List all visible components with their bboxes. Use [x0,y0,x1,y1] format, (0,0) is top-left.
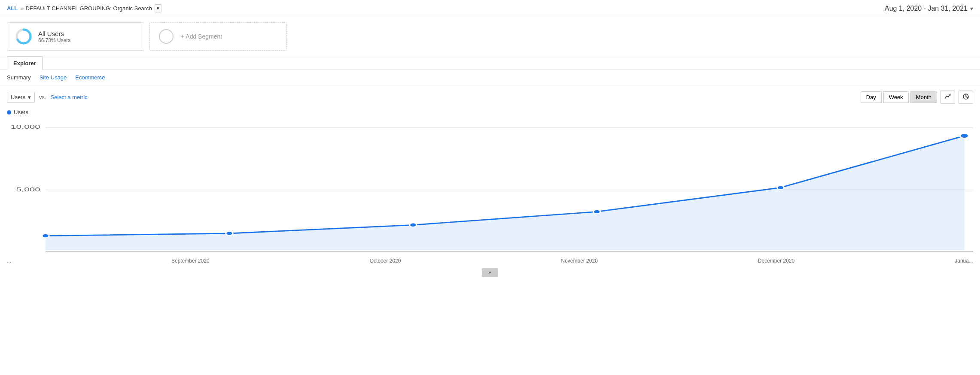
top-bar: ALL » DEFAULT CHANNEL GROUPING: Organic … [0,0,980,17]
x-axis-labels: ... September 2020 October 2020 November… [0,256,980,266]
tab-summary[interactable]: Summary [7,73,31,82]
time-btn-day[interactable]: Day [861,91,882,103]
svg-line-5 [966,97,968,98]
breadcrumb-dropdown[interactable]: ▾ [155,4,161,12]
line-chart-view-btn[interactable] [940,91,955,104]
svg-point-2 [159,30,173,43]
pie-chart-view-btn[interactable] [959,91,973,104]
segment-donut-icon [14,27,33,46]
x-label-sep2020: September 2020 [171,258,210,264]
metric-dropdown[interactable]: Users ▾ [7,92,35,103]
legend-dot-icon [7,110,11,115]
date-range-label: Aug 1, 2020 - Jan 31, 2021 [885,5,968,12]
svg-point-14 [960,133,968,138]
tab-ecommerce[interactable]: Ecommerce [75,73,105,82]
add-segment-circle-icon [157,27,176,46]
chart-area: 10,000 5,000 [0,119,980,256]
chart-legend: Users [0,107,980,119]
date-range-arrow-icon: ▾ [970,5,973,12]
x-label-oct2020: October 2020 [370,258,401,264]
line-chart-icon [944,93,951,100]
y-axis-label-10000: 10,000 [11,124,40,130]
chart-left-controls: Users ▾ vs. Select a metric [7,92,88,103]
svg-point-12 [593,210,600,214]
svg-point-9 [42,234,49,238]
segment-percentage: 66.73% Users [38,37,70,43]
breadcrumb: ALL » DEFAULT CHANNEL GROUPING: Organic … [7,4,161,12]
segment-info: All Users 66.73% Users [38,30,70,43]
time-btn-month[interactable]: Month [910,91,937,103]
segments-area: All Users 66.73% Users + Add Segment [0,17,980,56]
scrollbar-area: ▾ [0,266,980,280]
svg-point-11 [410,223,417,227]
add-segment-box[interactable]: + Add Segment [149,22,287,51]
y-axis-label-5000: 5,000 [16,187,40,193]
metric-label: Users [11,94,25,100]
chart-svg: 10,000 5,000 [7,119,973,256]
metric-dropdown-arrow-icon: ▾ [28,94,31,100]
explorer-tabs-row: Explorer [0,56,980,70]
select-metric-link[interactable]: Select a metric [51,94,88,100]
explorer-tab[interactable]: Explorer [7,56,43,70]
sub-tabs-row: Summary Site Usage Ecommerce [0,70,980,85]
x-label-nov2020: November 2020 [561,258,597,264]
breadcrumb-current: DEFAULT CHANNEL GROUPING: Organic Search [25,5,152,12]
chart-right-controls: Day Week Month [861,91,973,104]
tab-site-usage[interactable]: Site Usage [40,73,67,82]
segment-name: All Users [38,30,70,37]
svg-point-13 [777,186,784,190]
legend-label: Users [14,109,28,115]
add-segment-label[interactable]: + Add Segment [181,33,222,40]
scrollbar-button[interactable]: ▾ [482,268,498,277]
breadcrumb-separator: » [20,6,23,11]
x-label-dec2020: December 2020 [758,258,794,264]
vs-label: vs. [39,94,46,100]
x-label-0: ... [7,258,11,264]
segment-primary: All Users 66.73% Users [7,22,144,51]
chart-controls: Users ▾ vs. Select a metric Day Week Mon… [0,85,980,107]
time-btn-week[interactable]: Week [883,91,909,103]
date-range-picker[interactable]: Aug 1, 2020 - Jan 31, 2021 ▾ [885,5,973,12]
x-label-jan2021: Janua... [955,258,973,264]
pie-chart-icon [962,93,969,100]
breadcrumb-all[interactable]: ALL [7,5,18,12]
svg-point-10 [226,231,233,235]
